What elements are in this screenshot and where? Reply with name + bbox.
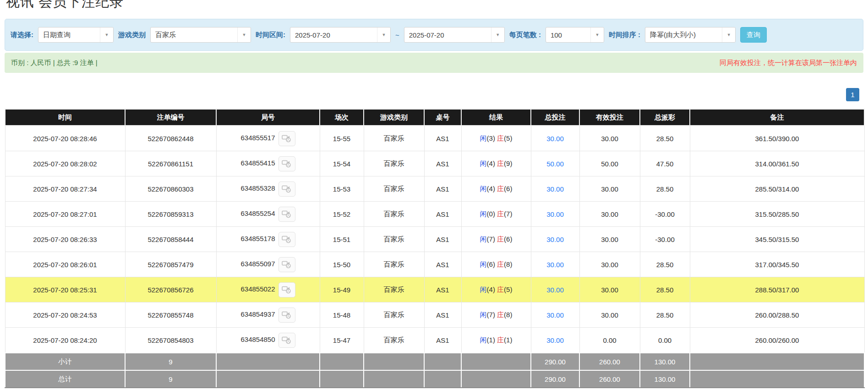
column-header: 桌号 — [424, 109, 461, 126]
cell-game-type: 百家乐 — [364, 202, 424, 227]
total-bet-link[interactable]: 30.00 — [546, 135, 564, 143]
total-bet-link[interactable]: 30.00 — [546, 336, 564, 344]
result-banker-score: (1) — [504, 336, 512, 344]
grand-total-cell: 290.00 — [531, 370, 579, 388]
page-button-1[interactable]: 1 — [846, 88, 859, 101]
subtotal-cell: 130.00 — [640, 353, 690, 370]
cell-table-no: AS1 — [424, 227, 461, 252]
cell-payout: 28.50 — [640, 252, 690, 277]
cell-bet-no: 522670855748 — [125, 302, 216, 328]
video-replay-button[interactable] — [278, 207, 295, 222]
cell-note: 314.00/361.50 — [690, 151, 864, 176]
result-banker-label: 庄 — [497, 185, 504, 192]
video-replay-button[interactable] — [278, 282, 295, 297]
cell-table-no: AS1 — [424, 151, 461, 176]
chevron-down-icon[interactable]: ▼ — [722, 27, 735, 42]
video-replay-button[interactable] — [278, 232, 295, 247]
cell-bet-no: 522670857479 — [125, 252, 216, 277]
chevron-down-icon[interactable]: ▼ — [377, 27, 390, 42]
cell-bet-no: 522670859313 — [125, 202, 216, 227]
cell-bet-no: 522670854803 — [125, 328, 216, 353]
grand-total-cell — [364, 370, 424, 388]
chevron-down-icon[interactable]: ▼ — [237, 27, 251, 42]
video-replay-button[interactable] — [278, 333, 295, 348]
cell-game-type: 百家乐 — [364, 277, 424, 302]
cell-table-no: AS1 — [424, 302, 461, 328]
result-banker-score: (6) — [504, 185, 512, 192]
cell-table-no: AS1 — [424, 202, 461, 227]
chevron-down-icon[interactable]: ▼ — [491, 27, 504, 42]
column-header: 备注 — [690, 109, 864, 126]
video-replay-button[interactable] — [278, 308, 295, 323]
cell-table-no: AS1 — [424, 277, 461, 302]
time-sort-dropdown[interactable]: 降幂(由大到小) ▼ — [645, 27, 736, 43]
select-type-dropdown[interactable]: 日期查询 ▼ — [38, 27, 114, 43]
video-replay-button[interactable] — [278, 131, 295, 146]
result-banker-label: 庄 — [497, 134, 504, 142]
page-size-dropdown[interactable]: 100 ▼ — [546, 27, 604, 43]
video-replay-button[interactable] — [278, 181, 295, 197]
cell-valid-bet: 30.00 — [579, 126, 640, 151]
game-type-dropdown[interactable]: 百家乐 ▼ — [150, 27, 251, 43]
column-header: 总派彩 — [640, 109, 690, 126]
cell-game-type: 百家乐 — [364, 252, 424, 277]
date-from-picker[interactable]: 2025-07-20 ▼ — [290, 27, 391, 43]
cell-total-bet: 30.00 — [531, 176, 579, 202]
cell-payout: 28.50 — [640, 302, 690, 328]
total-bet-link[interactable]: 50.00 — [546, 160, 564, 168]
filter-bar: 请选择: 日期查询 ▼ 游戏类别 百家乐 ▼ 时间区间: 2025-07-20 … — [5, 19, 863, 51]
grand-total-cell — [461, 370, 531, 388]
subtotal-cell: 290.00 — [531, 353, 579, 370]
result-banker-label: 庄 — [497, 260, 504, 268]
total-bet-link[interactable]: 30.00 — [546, 286, 564, 294]
grand-total-cell: 130.00 — [640, 370, 690, 388]
total-bet-link[interactable]: 30.00 — [546, 185, 564, 193]
cell-valid-bet: 30.00 — [579, 277, 640, 302]
cell-valid-bet: 30.00 — [579, 202, 640, 227]
cell-session: 15-52 — [320, 202, 364, 227]
grand-total-cell: 260.00 — [579, 370, 640, 388]
cell-round-no: 634855097 — [216, 252, 320, 277]
grand-total-cell — [320, 370, 364, 388]
cell-result: 闲(0) 庄(7) — [461, 202, 531, 227]
video-replay-icon — [282, 185, 292, 193]
result-banker-score: (6) — [504, 235, 512, 243]
total-bet-link[interactable]: 30.00 — [546, 236, 564, 243]
total-bet-link[interactable]: 30.00 — [546, 261, 564, 269]
summary-text: 币别 : 人民币 | 总共 :9 注单 | — [11, 59, 98, 67]
cell-game-type: 百家乐 — [364, 151, 424, 176]
result-banker-label: 庄 — [497, 336, 504, 344]
cell-payout: 28.50 — [640, 126, 690, 151]
cell-total-bet: 30.00 — [531, 277, 579, 302]
cell-valid-bet: 30.00 — [579, 176, 640, 202]
cell-payout: -30.00 — [640, 202, 690, 227]
video-replay-icon — [282, 235, 292, 243]
grand-total-row: 总计9290.00260.00130.00 — [5, 370, 864, 388]
cell-valid-bet: 50.00 — [579, 151, 640, 176]
subtotal-cell — [690, 353, 864, 370]
search-button[interactable]: 查询 — [740, 27, 767, 43]
date-to-picker[interactable]: 2025-07-20 ▼ — [404, 27, 505, 43]
cell-table-no: AS1 — [424, 126, 461, 151]
video-replay-button[interactable] — [278, 257, 295, 272]
cell-game-type: 百家乐 — [364, 176, 424, 202]
result-banker-label: 庄 — [497, 210, 504, 218]
chevron-down-icon[interactable]: ▼ — [100, 27, 113, 42]
table-row: 2025-07-20 08:28:02522670861151634855415… — [5, 151, 864, 176]
cell-time: 2025-07-20 08:24:53 — [5, 302, 125, 328]
result-banker-label: 庄 — [497, 159, 504, 167]
chevron-down-icon[interactable]: ▼ — [590, 27, 604, 42]
round-no: 634855022 — [240, 285, 275, 293]
cell-result: 闲(3) 庄(5) — [461, 126, 531, 151]
total-bet-link[interactable]: 30.00 — [546, 311, 564, 319]
round-no: 634855178 — [240, 235, 275, 242]
date-range-separator: ~ — [395, 31, 399, 39]
cell-bet-no: 522670862448 — [125, 126, 216, 151]
video-replay-icon — [282, 311, 292, 319]
cell-total-bet: 30.00 — [531, 302, 579, 328]
video-replay-button[interactable] — [278, 156, 295, 171]
video-replay-icon — [282, 210, 292, 218]
cell-bet-no: 522670856726 — [125, 277, 216, 302]
total-bet-link[interactable]: 30.00 — [546, 210, 564, 218]
summary-bar: 币别 : 人民币 | 总共 :9 注单 | 同局有效投注，统一计算在该局第一张注… — [5, 53, 863, 73]
